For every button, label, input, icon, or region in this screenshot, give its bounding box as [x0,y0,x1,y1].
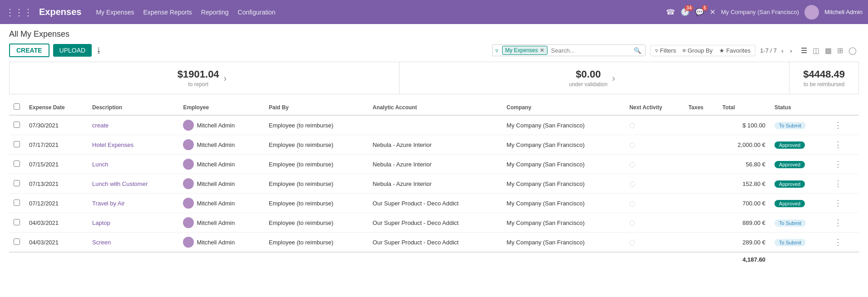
row-description[interactable]: Lunch [88,155,178,174]
summary-arrow-1[interactable]: › [224,73,227,83]
kanban-view-button[interactable]: ◫ [810,45,822,56]
toolbar: CREATE UPLOAD ⭳ ▿ My Expenses ✕ 🔍 ▿ Filt… [9,44,859,57]
pagination-prev[interactable]: ‹ [779,46,785,55]
svg-point-0 [809,7,815,14]
row-description[interactable]: Lunch with Customer [88,174,178,194]
row-more[interactable]: ⋮ [827,213,859,233]
row-more-button[interactable]: ⋮ [831,119,845,131]
row-next-activity[interactable]: ◌ [625,213,684,233]
search-tag-my-expenses: My Expenses ✕ [502,46,547,55]
remove-filter-button[interactable]: ✕ [540,47,544,54]
th-expense-date: Expense Date [25,100,88,115]
row-checkbox-cell[interactable] [9,194,25,213]
svg-point-9 [184,185,192,189]
svg-point-14 [186,239,191,243]
chart-view-button[interactable]: ▩ [823,45,834,56]
row-checkbox[interactable] [14,122,20,128]
row-description[interactable]: Travel by Air [88,194,178,213]
row-description[interactable]: Hotel Expenses [88,135,178,155]
activity-icon[interactable]: 🕐 34 [681,8,690,16]
top-navigation: ⋮⋮⋮ Expenses My Expenses Expense Reports… [0,0,868,24]
row-more[interactable]: ⋮ [827,115,859,135]
pagination-next[interactable]: › [788,46,794,55]
menu-my-expenses[interactable]: My Expenses [96,9,134,16]
phone-icon[interactable]: ☎ [666,8,675,16]
filters-button[interactable]: ▿ Filters [655,47,676,54]
th-employee: Employee [178,100,264,115]
row-checkbox[interactable] [14,200,20,206]
row-description[interactable]: Laptop [88,213,178,233]
table-total-row: 4,187.60 [9,252,859,267]
row-checkbox-cell[interactable] [9,174,25,194]
close-icon[interactable]: ✕ [710,8,715,16]
row-next-activity[interactable]: ◌ [625,115,684,135]
row-checkbox[interactable] [14,239,20,245]
employee-avatar [183,139,194,150]
row-more-button[interactable]: ⋮ [831,178,845,190]
menu-expense-reports[interactable]: Expense Reports [143,9,192,16]
employee-name: Mitchell Admin [197,219,235,226]
row-total: 700.00 € [718,194,770,213]
summary-under-validation: $0.00 under validation › [399,62,789,94]
row-checkbox-cell[interactable] [9,233,25,253]
svg-point-7 [184,166,192,170]
row-checkbox[interactable] [14,180,20,186]
row-more-button[interactable]: ⋮ [831,197,845,209]
row-checkbox[interactable] [14,161,20,167]
row-checkbox-cell[interactable] [9,135,25,155]
list-view-button[interactable]: ☰ [799,45,809,56]
row-checkbox[interactable] [14,219,20,225]
row-more[interactable]: ⋮ [827,194,859,213]
row-employee: Mitchell Admin [178,213,264,233]
row-next-activity[interactable]: ◌ [625,174,684,194]
row-next-activity[interactable]: ◌ [625,135,684,155]
message-icon[interactable]: 💬 5 [695,8,704,16]
row-more[interactable]: ⋮ [827,155,859,174]
avatar[interactable] [804,5,819,19]
search-input[interactable] [548,45,630,56]
row-more[interactable]: ⋮ [827,135,859,155]
th-select-all[interactable] [9,100,25,115]
menu-reporting[interactable]: Reporting [201,9,229,16]
row-checkbox-cell[interactable] [9,155,25,174]
row-taxes [684,233,718,253]
row-next-activity[interactable]: ◌ [625,233,684,253]
row-more-button[interactable]: ⋮ [831,217,845,229]
row-next-activity[interactable]: ◌ [625,194,684,213]
pivot-view-button[interactable]: ⊞ [835,45,845,56]
filters-label: Filters [660,47,676,54]
row-more[interactable]: ⋮ [827,233,859,253]
upload-button[interactable]: UPLOAD [53,44,92,57]
search-submit-button[interactable]: 🔍 [630,45,645,56]
row-description[interactable]: Screen [88,233,178,253]
row-paid-by: Employee (to reimburse) [264,213,368,233]
row-analytic-account: Our Super Product - Deco Addict [368,233,502,253]
row-taxes [684,194,718,213]
table-row: 07/30/2021 create Mitchell Admin Employe… [9,115,859,135]
row-more-button[interactable]: ⋮ [831,158,845,170]
grid-icon[interactable]: ⋮⋮⋮ [5,7,33,18]
th-total: Total [718,100,770,115]
row-more-button[interactable]: ⋮ [831,139,845,151]
row-checkbox[interactable] [14,141,20,147]
groupby-button[interactable]: ≡ Group By [682,47,713,54]
select-all-checkbox[interactable] [14,103,20,110]
row-next-activity[interactable]: ◌ [625,155,684,174]
favorites-button[interactable]: ★ Favorites [719,47,750,54]
row-status: Approved [770,135,827,155]
clock-view-button[interactable]: ◯ [846,45,859,56]
create-button[interactable]: CREATE [9,44,49,57]
row-checkbox-cell[interactable] [9,115,25,135]
row-status: To Submit [770,213,827,233]
svg-point-13 [184,224,192,228]
row-checkbox-cell[interactable] [9,213,25,233]
row-more-button[interactable]: ⋮ [831,236,845,248]
star-icon: ★ [719,47,725,54]
row-more[interactable]: ⋮ [827,174,859,194]
row-company: My Company (San Francisco) [502,233,625,253]
row-description[interactable]: create [88,115,178,135]
row-company: My Company (San Francisco) [502,155,625,174]
menu-configuration[interactable]: Configuration [238,9,276,16]
summary-arrow-2[interactable]: › [612,73,615,83]
download-button[interactable]: ⭳ [95,46,103,54]
